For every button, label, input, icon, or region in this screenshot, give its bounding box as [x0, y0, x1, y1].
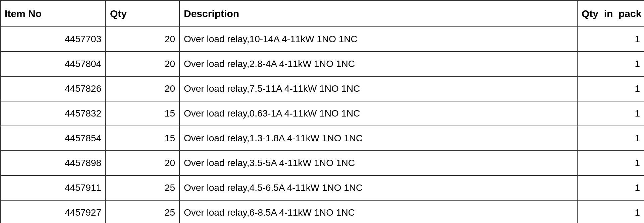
cell-qty-in-pack: 1 — [577, 76, 644, 101]
cell-description: Over load relay,7.5-11A 4-11kW 1NO 1NC — [179, 76, 577, 101]
cell-qty-in-pack: 1 — [577, 126, 644, 151]
cell-item-no: 4457911 — [0, 175, 106, 200]
cell-item-no: 4457927 — [0, 200, 106, 223]
cell-item-no: 4457854 — [0, 126, 106, 151]
header-item-no: Item No — [0, 0, 106, 27]
header-description: Description — [179, 0, 577, 27]
cell-qty-in-pack: 1 — [577, 200, 644, 223]
cell-qty: 20 — [106, 27, 179, 52]
cell-qty: 20 — [106, 52, 179, 76]
table-container: Item No Qty Description Qty_in_pack 4457… — [0, 0, 644, 223]
cell-qty-in-pack: 1 — [577, 52, 644, 76]
cell-item-no: 4457898 — [0, 151, 106, 175]
header-qty-in-pack: Qty_in_pack — [577, 0, 644, 27]
cell-description: Over load relay,0.63-1A 4-11kW 1NO 1NC — [179, 101, 577, 126]
table-row: 445782620Over load relay,7.5-11A 4-11kW … — [0, 76, 644, 101]
table-row: 445792725Over load relay,6-8.5A 4-11kW 1… — [0, 200, 644, 223]
table-row: 445789820Over load relay,3.5-5A 4-11kW 1… — [0, 151, 644, 175]
cell-qty: 15 — [106, 101, 179, 126]
cell-qty: 20 — [106, 151, 179, 175]
header-qty: Qty — [106, 0, 179, 27]
cell-item-no: 4457804 — [0, 52, 106, 76]
table-row: 445791125Over load relay,4.5-6.5A 4-11kW… — [0, 175, 644, 200]
cell-item-no: 4457826 — [0, 76, 106, 101]
cell-qty-in-pack: 1 — [577, 151, 644, 175]
cell-item-no: 4457703 — [0, 27, 106, 52]
table-row: 445785415Over load relay,1.3-1.8A 4-11kW… — [0, 126, 644, 151]
cell-qty-in-pack: 1 — [577, 175, 644, 200]
cell-description: Over load relay,6-8.5A 4-11kW 1NO 1NC — [179, 200, 577, 223]
cell-description: Over load relay,3.5-5A 4-11kW 1NO 1NC — [179, 151, 577, 175]
header-row: Item No Qty Description Qty_in_pack — [0, 0, 644, 27]
cell-qty: 15 — [106, 126, 179, 151]
cell-description: Over load relay,1.3-1.8A 4-11kW 1NO 1NC — [179, 126, 577, 151]
cell-description: Over load relay,4.5-6.5A 4-11kW 1NO 1NC — [179, 175, 577, 200]
cell-qty-in-pack: 1 — [577, 101, 644, 126]
cell-qty: 25 — [106, 200, 179, 223]
cell-qty: 25 — [106, 175, 179, 200]
table-row: 445770320Over load relay,10-14A 4-11kW 1… — [0, 27, 644, 52]
cell-qty-in-pack: 1 — [577, 27, 644, 52]
cell-description: Over load relay,10-14A 4-11kW 1NO 1NC — [179, 27, 577, 52]
cell-qty: 20 — [106, 76, 179, 101]
table-row: 445783215Over load relay,0.63-1A 4-11kW … — [0, 101, 644, 126]
table-row: 445780420Over load relay,2.8-4A 4-11kW 1… — [0, 52, 644, 76]
data-table: Item No Qty Description Qty_in_pack 4457… — [0, 0, 644, 223]
cell-item-no: 4457832 — [0, 101, 106, 126]
cell-description: Over load relay,2.8-4A 4-11kW 1NO 1NC — [179, 52, 577, 76]
